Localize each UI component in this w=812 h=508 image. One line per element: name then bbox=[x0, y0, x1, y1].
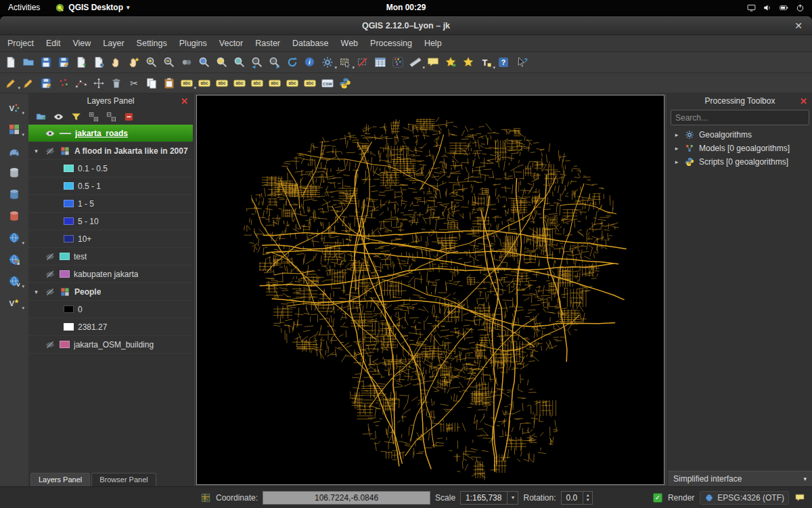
zoom-to-selection-button[interactable] bbox=[213, 54, 230, 71]
layer-row[interactable]: ▾People bbox=[28, 283, 193, 301]
activities-button[interactable]: Activities bbox=[0, 0, 48, 15]
menu-database[interactable]: Database bbox=[286, 35, 335, 51]
layer-row[interactable]: jakarta_roads bbox=[28, 125, 193, 142]
legend-class-row[interactable]: 2381.27 bbox=[28, 318, 193, 336]
menu-web[interactable]: Web bbox=[335, 35, 364, 51]
legend-class-row[interactable]: 10+ bbox=[28, 230, 193, 248]
expand-icon[interactable]: ▸ bbox=[673, 131, 680, 138]
toggle-editing-button[interactable] bbox=[20, 75, 37, 91]
collapse-expander-icon[interactable]: ▾ bbox=[32, 148, 41, 154]
processing-group-row[interactable]: ▸Models [0 geoalgorithms] bbox=[668, 142, 812, 155]
add-vector-layer-button[interactable]: V▾ bbox=[5, 99, 23, 117]
layer-row[interactable]: kabupaten jakarta bbox=[28, 266, 193, 283]
menu-edit[interactable]: Edit bbox=[40, 35, 67, 51]
zoom-next-button[interactable] bbox=[266, 54, 283, 71]
save-project-button[interactable] bbox=[37, 54, 54, 71]
whats-this-button[interactable]: ? bbox=[512, 54, 529, 71]
processing-group-row[interactable]: ▸Geoalgorithms bbox=[668, 128, 812, 142]
move-feature-button[interactable] bbox=[90, 75, 107, 91]
pan-map-button[interactable] bbox=[108, 54, 125, 71]
add-postgis-layer-button[interactable] bbox=[5, 142, 23, 160]
layer-hidden-icon[interactable] bbox=[45, 287, 55, 297]
interface-mode-select[interactable]: Simplified interface ▾ bbox=[668, 471, 812, 486]
select-features-button[interactable]: ▾ bbox=[336, 54, 353, 71]
layer-hidden-icon[interactable] bbox=[45, 339, 55, 350]
menu-help[interactable]: Help bbox=[418, 35, 448, 51]
zoom-last-button[interactable] bbox=[248, 54, 265, 71]
layers-panel-close-button[interactable]: ✕ bbox=[181, 96, 188, 106]
menu-view[interactable]: View bbox=[66, 35, 97, 51]
layer-hidden-icon[interactable] bbox=[45, 269, 55, 280]
map-canvas[interactable] bbox=[197, 96, 664, 484]
clock[interactable]: Mon 00:29 bbox=[386, 3, 426, 12]
zoom-to-layer-button[interactable] bbox=[231, 54, 248, 71]
menu-settings[interactable]: Settings bbox=[131, 35, 173, 51]
render-checkbox[interactable]: ✓ bbox=[653, 493, 662, 503]
manage-layer-visibility-button[interactable] bbox=[52, 110, 65, 123]
tab-layers-panel[interactable]: Layers Panel bbox=[30, 473, 90, 486]
add-raster-layer-button[interactable]: ▾ bbox=[5, 121, 23, 138]
label-pin-button[interactable]: abc bbox=[213, 75, 230, 91]
layer-visible-icon[interactable] bbox=[45, 128, 55, 139]
cut-features-button[interactable]: ✂ bbox=[125, 75, 142, 91]
processing-group-row[interactable]: ▸Scripts [0 geoalgorithms] bbox=[668, 155, 812, 169]
new-bookmark-button[interactable] bbox=[442, 54, 459, 71]
collapse-all-button[interactable] bbox=[105, 110, 118, 123]
scale-combobox[interactable]: 1:165,738 ▾ bbox=[460, 491, 518, 505]
delete-selected-button[interactable] bbox=[108, 75, 125, 91]
expand-icon[interactable]: ▸ bbox=[673, 145, 680, 152]
zoom-out-button[interactable] bbox=[160, 54, 177, 71]
layer-row[interactable]: ▾A flood in Jakarta like in 2007 bbox=[28, 142, 193, 160]
coordinate-input[interactable]: 106.7224,-6.0846 bbox=[263, 491, 430, 505]
label-rotate-button[interactable]: abc bbox=[266, 75, 283, 91]
label-properties-button[interactable]: abc bbox=[301, 75, 318, 91]
chevron-down-icon[interactable]: ▾ bbox=[22, 284, 24, 289]
identify-features-button[interactable]: i bbox=[301, 54, 318, 71]
map-tips-button[interactable] bbox=[424, 54, 441, 71]
zoom-in-button[interactable] bbox=[143, 54, 160, 71]
chevron-down-icon[interactable]: ▾ bbox=[507, 492, 518, 504]
add-spatialite-layer-button[interactable] bbox=[5, 164, 23, 182]
csw-search-button[interactable]: CSW bbox=[319, 75, 336, 91]
layer-hidden-icon[interactable] bbox=[45, 146, 55, 156]
menu-processing[interactable]: Processing bbox=[364, 35, 418, 51]
measure-button[interactable]: ▾ bbox=[407, 54, 424, 71]
chevron-down-icon[interactable]: ▾ bbox=[22, 305, 24, 311]
add-oracle-layer-button[interactable] bbox=[5, 207, 23, 225]
legend-class-row[interactable]: 0.1 - 0.5 bbox=[28, 160, 193, 177]
labeling-options-button[interactable]: abc▾ bbox=[178, 75, 195, 91]
label-abc-button[interactable]: abc bbox=[196, 75, 212, 91]
zoom-full-button[interactable] bbox=[196, 54, 212, 71]
text-annotation-button[interactable]: T▾ bbox=[477, 54, 494, 71]
field-calculator-button[interactable] bbox=[389, 54, 406, 71]
remove-layer-button[interactable] bbox=[122, 110, 135, 123]
app-menu-button[interactable]: QGIS Desktop ▾ bbox=[48, 0, 136, 15]
label-show-hide-button[interactable]: abc bbox=[231, 75, 248, 91]
chevron-down-icon[interactable]: ▾ bbox=[22, 110, 24, 116]
expand-icon[interactable]: ▸ bbox=[673, 158, 680, 165]
python-console-button[interactable] bbox=[336, 75, 353, 91]
show-bookmarks-button[interactable] bbox=[459, 54, 476, 71]
new-project-button[interactable] bbox=[2, 54, 19, 71]
expand-all-button[interactable] bbox=[87, 110, 100, 123]
zoom-native-button[interactable] bbox=[178, 54, 195, 71]
layer-row[interactable]: jakarta_OSM_building bbox=[28, 336, 193, 354]
legend-class-row[interactable]: 0.5 - 1 bbox=[28, 177, 193, 195]
new-shapefile-layer-button[interactable]: V▾ bbox=[5, 294, 23, 312]
paste-features-button[interactable] bbox=[160, 75, 177, 91]
current-edits-button[interactable]: ▾ bbox=[2, 75, 19, 91]
new-print-composer-button[interactable] bbox=[72, 54, 89, 71]
save-layer-edits-button[interactable] bbox=[37, 75, 54, 91]
log-messages-icon[interactable] bbox=[794, 492, 805, 503]
label-move-button[interactable]: abc bbox=[248, 75, 265, 91]
deselect-features-button[interactable] bbox=[354, 54, 371, 71]
battery-icon[interactable] bbox=[779, 3, 789, 13]
open-project-button[interactable] bbox=[20, 54, 37, 71]
volume-icon[interactable] bbox=[763, 3, 773, 13]
collapse-expander-icon[interactable]: ▾ bbox=[32, 289, 41, 295]
composer-manager-button[interactable] bbox=[90, 54, 107, 71]
legend-class-row[interactable]: 5 - 10 bbox=[28, 213, 193, 230]
add-group-button[interactable] bbox=[35, 110, 47, 123]
chevron-down-icon[interactable]: ▾ bbox=[22, 240, 24, 246]
add-wfs-layer-button[interactable]: V▾ bbox=[5, 272, 23, 290]
